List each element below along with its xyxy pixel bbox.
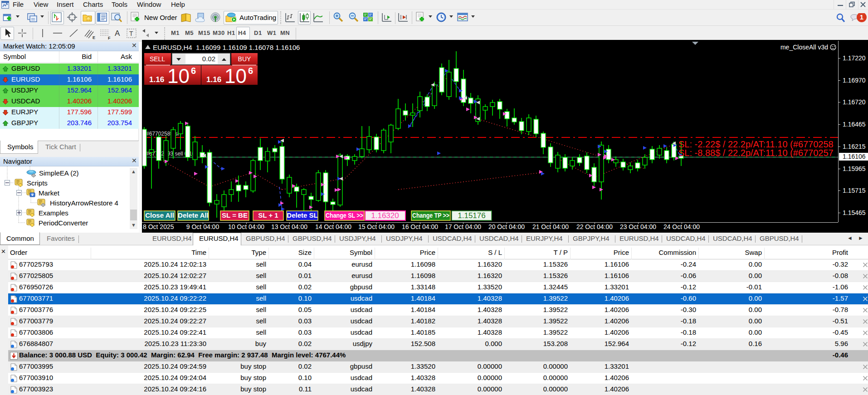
- svg-text:1.16: 1.16: [206, 75, 221, 84]
- svg-text:1.16: 1.16: [149, 75, 164, 84]
- svg-text:SELL: SELL: [150, 55, 165, 63]
- svg-text:1.16215: 1.16215: [843, 143, 866, 150]
- svg-text:SL: -8.88$ / 22.2p/AT:11.10 (#: SL: -8.88$ / 22.2p/AT:11.10 (#6770257: [678, 148, 834, 158]
- svg-text:1.16465: 1.16465: [843, 121, 866, 128]
- svg-text:1.15176: 1.15176: [458, 211, 485, 220]
- svg-text:0.02: 0.02: [202, 55, 215, 63]
- svg-text:15 Oct 04:00: 15 Oct 04:00: [358, 223, 395, 230]
- svg-text:8 Oct 2025: 8 Oct 2025: [143, 223, 174, 230]
- svg-text:13 Oct 04:00: 13 Oct 04:00: [271, 223, 307, 230]
- svg-text:1.15965: 1.15965: [843, 165, 866, 172]
- svg-text:me_CloseAll v3d: me_CloseAll v3d: [780, 44, 828, 51]
- svg-text:Delete SL: Delete SL: [287, 211, 317, 219]
- svg-text:10: 10: [224, 65, 247, 87]
- svg-text:EURUSD,H4 1.16099 1.16109 1.1: EURUSD,H4 1.16099 1.16109 1.16078 1.1610…: [153, 44, 300, 51]
- svg-text:1: 1: [860, 13, 863, 21]
- svg-text:22 Oct 04:00: 22 Oct 04:00: [576, 223, 613, 230]
- svg-text:SL + 1: SL + 1: [258, 211, 278, 219]
- svg-text:9 Oct 04:00: 9 Oct 04:00: [186, 223, 219, 230]
- svg-text:10 Oct 04:00: 10 Oct 04:00: [228, 223, 264, 230]
- svg-text:1.16106: 1.16106: [843, 153, 866, 160]
- svg-text:F: F: [108, 36, 111, 40]
- svg-text:14 Oct 04:00: 14 Oct 04:00: [315, 223, 351, 230]
- svg-text:Delete All: Delete All: [178, 211, 209, 219]
- svg-text:1.16320: 1.16320: [371, 211, 399, 220]
- svg-text:BUY: BUY: [238, 55, 251, 63]
- svg-text:6: 6: [191, 66, 196, 76]
- svg-text:23 Oct 04:00: 23 Oct 04:00: [620, 223, 656, 230]
- svg-text:Change TP >>: Change TP >>: [412, 211, 449, 219]
- svg-text:20 Oct 04:00: 20 Oct 04:00: [488, 223, 525, 230]
- svg-text:21 Oct 04:00: 21 Oct 04:00: [532, 223, 569, 230]
- svg-text:SL = BE: SL = BE: [222, 211, 248, 219]
- svg-text:1.15715: 1.15715: [843, 187, 866, 194]
- svg-text:1.15465: 1.15465: [843, 209, 866, 216]
- svg-text:Change SL >>: Change SL >>: [326, 211, 363, 219]
- svg-text:24 Oct 04:00: 24 Oct 04:00: [663, 223, 700, 230]
- svg-text:10: 10: [167, 65, 190, 87]
- svg-text:Close All: Close All: [145, 211, 174, 219]
- svg-text:1.16970: 1.16970: [843, 77, 866, 84]
- svg-text:A: A: [115, 29, 120, 38]
- svg-text:T: T: [129, 30, 133, 37]
- svg-text:16 Oct 04:00: 16 Oct 04:00: [402, 223, 438, 230]
- svg-text:1.16720: 1.16720: [843, 98, 866, 106]
- svg-text:6: 6: [248, 66, 253, 76]
- svg-text:E: E: [93, 35, 95, 40]
- svg-text:17 Oct 04:00: 17 Oct 04:00: [445, 223, 481, 230]
- svg-text:1.17220: 1.17220: [843, 54, 866, 62]
